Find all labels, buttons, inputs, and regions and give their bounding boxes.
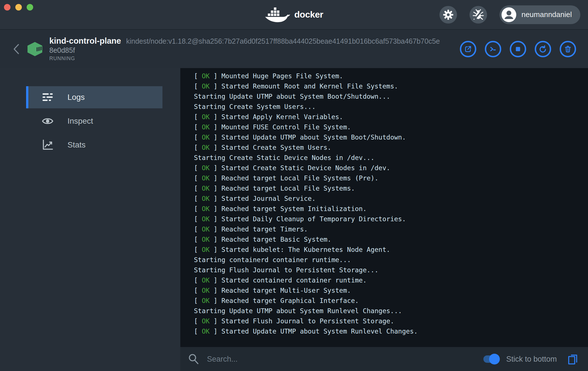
bug-icon	[472, 9, 484, 21]
log-line: Starting containerd container runtime...	[194, 255, 588, 265]
terminal-icon	[489, 45, 497, 53]
window-controls	[4, 4, 33, 10]
log-line: [ OK ] Reached target Basic System.	[194, 234, 588, 244]
window-maximize-button[interactable]	[27, 4, 33, 10]
container-image: kindest/node:v1.18.2@sha256:7b27a6d0f251…	[126, 37, 440, 45]
stop-button[interactable]	[510, 41, 526, 57]
stick-to-bottom-label: Stick to bottom	[506, 355, 557, 364]
settings-button[interactable]	[439, 6, 457, 24]
log-footer: Stick to bottom	[180, 347, 588, 371]
container-name: kind-control-plane	[49, 36, 121, 46]
log-panel: [ OK ] Mounted Huge Pages File System.[ …	[180, 68, 588, 371]
log-line: [ OK ] Mounted Huge Pages File System.	[194, 71, 588, 81]
sidebar-item-inspect[interactable]: Inspect	[26, 110, 162, 132]
log-line: Starting Update UTMP about System Boot/S…	[194, 91, 588, 102]
logs-icon	[41, 93, 54, 102]
container-id: 8e0d85f	[49, 46, 440, 55]
docker-whale-icon	[265, 7, 291, 23]
eye-icon	[41, 117, 54, 125]
log-line: [ OK ] Started containerd container runt…	[194, 275, 588, 285]
stick-to-bottom-toggle[interactable]	[483, 355, 499, 363]
log-line: [ OK ] Reached target Local File Systems…	[194, 183, 588, 193]
log-line: [ OK ] Reached target Graphical Interfac…	[194, 296, 588, 306]
sidebar-item-logs[interactable]: Logs	[26, 86, 162, 108]
log-line: [ OK ] Started kubelet: The Kubernetes N…	[194, 244, 588, 255]
stop-icon	[514, 45, 522, 53]
user-name: neumanndaniel	[521, 10, 572, 19]
log-line: [ OK ] Started Journal Service.	[194, 193, 588, 204]
open-external-icon	[464, 45, 472, 53]
open-external-button[interactable]	[460, 41, 476, 57]
copy-logs-button[interactable]	[567, 353, 578, 365]
chevron-left-icon	[12, 43, 20, 55]
top-bar: docker	[0, 0, 588, 30]
log-line: Starting Flush Journal to Persistent Sto…	[194, 265, 588, 275]
log-line: [ OK ] Started Apply Kernel Variables.	[194, 112, 588, 122]
back-button[interactable]	[12, 43, 20, 55]
copy-icon	[567, 353, 578, 365]
sidebar-item-label: Stats	[67, 140, 86, 149]
window-close-button[interactable]	[4, 4, 10, 10]
user-account-button[interactable]: neumanndaniel	[500, 5, 580, 24]
docker-logo: docker	[265, 7, 323, 23]
sidebar-item-label: Inspect	[67, 117, 93, 126]
delete-button[interactable]	[560, 41, 576, 57]
log-line: [ OK ] Reached target Timers.	[194, 224, 588, 234]
trash-icon	[564, 45, 572, 53]
sidebar: Logs Inspect Stats	[0, 68, 180, 371]
log-line: [ OK ] Started Remount Root and Kernel F…	[194, 81, 588, 91]
log-line: Starting Update UTMP about System Runlev…	[194, 306, 588, 316]
log-line: [ OK ] Reached target System Initializat…	[194, 204, 588, 214]
log-line: [ OK ] Started Daily Cleanup of Temporar…	[194, 214, 588, 224]
sidebar-item-stats[interactable]: Stats	[26, 134, 162, 156]
toggle-knob	[489, 354, 500, 364]
container-header: kind-control-plane kindest/node:v1.18.2@…	[0, 30, 588, 68]
search-icon	[188, 353, 200, 365]
log-line: [ OK ] Started Update UTMP about System …	[194, 326, 588, 336]
restart-icon	[539, 45, 547, 53]
sidebar-item-label: Logs	[67, 93, 85, 102]
log-line: [ OK ] Started Flush Journal to Persiste…	[194, 316, 588, 326]
log-line: [ OK ] Reached target Local File Systems…	[194, 173, 588, 183]
stats-icon	[41, 140, 54, 150]
log-line: [ OK ] Mounted FUSE Control File System.	[194, 122, 588, 132]
container-status: RUNNING	[49, 55, 440, 62]
feedback-button[interactable]	[469, 6, 487, 24]
search-input[interactable]	[207, 355, 405, 364]
window-minimize-button[interactable]	[15, 4, 22, 10]
log-line: Starting Create System Users...	[194, 102, 588, 112]
log-line: [ OK ] Reached target Multi-User System.	[194, 285, 588, 296]
restart-button[interactable]	[535, 41, 551, 57]
log-output[interactable]: [ OK ] Mounted Huge Pages File System.[ …	[180, 68, 588, 347]
container-actions	[460, 41, 576, 57]
terminal-button[interactable]	[485, 41, 501, 57]
user-avatar-icon	[502, 7, 516, 22]
gear-icon	[443, 9, 454, 20]
log-line: [ OK ] Started Update UTMP about System …	[194, 132, 588, 142]
container-box-icon	[27, 41, 43, 57]
docker-wordmark: docker	[294, 9, 323, 20]
log-line: [ OK ] Started Create Static Device Node…	[194, 163, 588, 173]
log-line: [ OK ] Started Create System Users.	[194, 142, 588, 153]
log-line: Starting Create Static Device Nodes in /…	[194, 153, 588, 163]
